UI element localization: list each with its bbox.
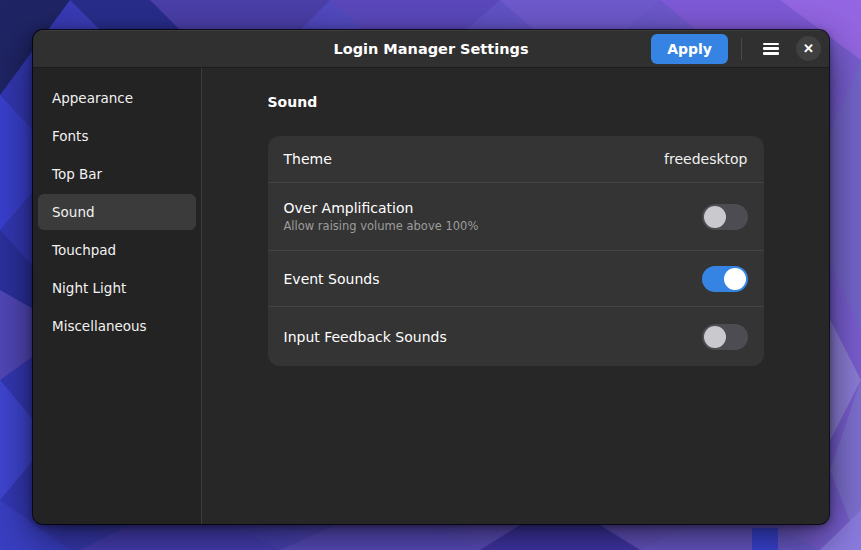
event-sounds-row: Event Sounds [268, 250, 764, 306]
toggle-knob [704, 326, 726, 348]
login-manager-settings-window: Login Manager Settings Apply ✕ Appearanc… [33, 30, 829, 524]
sidebar-item-appearance[interactable]: Appearance [38, 80, 196, 116]
sidebar: Appearance Fonts Top Bar Sound Touchpad … [33, 68, 201, 524]
close-icon: ✕ [803, 42, 814, 55]
event-sounds-label: Event Sounds [284, 271, 702, 287]
over-amplification-toggle[interactable] [702, 204, 748, 230]
window-body: Appearance Fonts Top Bar Sound Touchpad … [33, 68, 829, 524]
sound-settings-card: Theme freedesktop Over Amplification All… [268, 136, 764, 366]
theme-row[interactable]: Theme freedesktop [268, 136, 764, 182]
toggle-knob [724, 268, 746, 290]
theme-value: freedesktop [664, 151, 747, 167]
sidebar-item-top-bar[interactable]: Top Bar [38, 156, 196, 192]
sidebar-item-label: Fonts [52, 128, 88, 144]
menu-button[interactable] [755, 34, 787, 64]
input-feedback-sounds-row: Input Feedback Sounds [268, 306, 764, 366]
titlebar[interactable]: Login Manager Settings Apply ✕ [33, 30, 829, 68]
page-title: Sound [268, 94, 764, 110]
close-button[interactable]: ✕ [796, 36, 821, 61]
sidebar-item-label: Sound [52, 204, 95, 220]
toggle-knob [704, 206, 726, 228]
titlebar-separator [741, 38, 742, 60]
event-sounds-toggle[interactable] [702, 266, 748, 292]
apply-button[interactable]: Apply [651, 34, 728, 64]
sidebar-item-fonts[interactable]: Fonts [38, 118, 196, 154]
sidebar-item-sound[interactable]: Sound [38, 194, 196, 230]
content-pane: Sound Theme freedesktop Over Amplificati… [202, 68, 829, 524]
over-amplification-label: Over Amplification [284, 200, 702, 216]
theme-label: Theme [284, 151, 332, 167]
input-feedback-sounds-toggle[interactable] [702, 324, 748, 350]
hamburger-menu-icon [763, 43, 779, 55]
sidebar-item-touchpad[interactable]: Touchpad [38, 232, 196, 268]
titlebar-actions: Apply ✕ [651, 30, 821, 67]
sidebar-item-label: Top Bar [52, 166, 102, 182]
input-feedback-sounds-label: Input Feedback Sounds [284, 329, 702, 345]
sidebar-item-label: Appearance [52, 90, 133, 106]
sidebar-item-label: Miscellaneous [52, 318, 147, 334]
sidebar-item-miscellaneous[interactable]: Miscellaneous [38, 308, 196, 344]
sidebar-item-label: Night Light [52, 280, 126, 296]
sidebar-item-label: Touchpad [52, 242, 116, 258]
over-amplification-subtitle: Allow raising volume above 100% [284, 219, 702, 233]
over-amplification-row: Over Amplification Allow raising volume … [268, 182, 764, 250]
sidebar-item-night-light[interactable]: Night Light [38, 270, 196, 306]
